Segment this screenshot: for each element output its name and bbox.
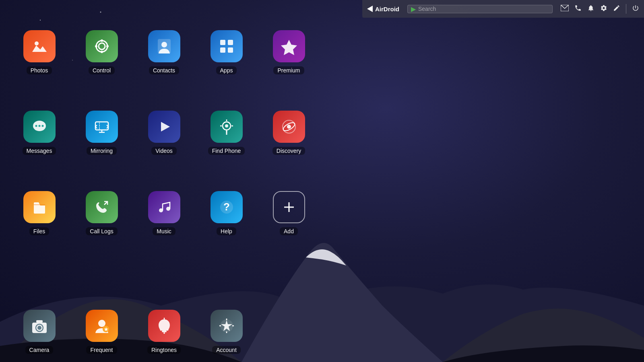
- edit-icon[interactable]: [613, 4, 620, 13]
- svg-point-69: [287, 125, 291, 129]
- videos-icon: [148, 111, 180, 143]
- svg-point-43: [106, 45, 109, 47]
- svg-rect-47: [228, 40, 233, 45]
- svg-point-40: [101, 39, 103, 42]
- files-icon: [23, 191, 56, 223]
- svg-marker-59: [161, 122, 170, 132]
- svg-rect-80: [36, 320, 43, 323]
- svg-point-38: [96, 41, 107, 52]
- control-icon: [86, 30, 118, 62]
- app-mirroring[interactable]: Mirroring: [70, 105, 133, 185]
- svg-point-81: [98, 320, 105, 327]
- control-label: Control: [89, 66, 115, 74]
- svg-point-85: [163, 332, 165, 334]
- svg-rect-84: [162, 331, 167, 332]
- premium-icon: [273, 30, 305, 62]
- app-findphone[interactable]: Find Phone: [195, 105, 258, 185]
- help-icon: ?: [211, 191, 243, 223]
- svg-rect-46: [220, 40, 225, 45]
- topbar: AirDroid ▶: [362, 0, 644, 18]
- frequent-icon: ★: [86, 310, 118, 342]
- dock: Camera ★ Frequent Ringtones: [0, 304, 258, 354]
- mirroring-icon: [86, 111, 118, 143]
- photos-label: Photos: [27, 66, 52, 74]
- svg-point-54: [41, 125, 43, 127]
- apps-icon: [211, 30, 243, 62]
- svg-rect-48: [220, 47, 225, 53]
- add-label: Add: [280, 227, 298, 235]
- topbar-actions: [556, 4, 644, 14]
- ringtones-label: Ringtones: [147, 346, 181, 354]
- add-icon: [273, 191, 305, 223]
- play-store-icon: ▶: [411, 5, 416, 13]
- dock-account[interactable]: Account: [195, 304, 258, 354]
- music-label: Music: [153, 227, 175, 235]
- svg-text:★: ★: [103, 327, 108, 332]
- svg-point-42: [95, 45, 97, 47]
- help-label: Help: [217, 227, 236, 235]
- app-add[interactable]: Add: [258, 185, 320, 265]
- app-messages[interactable]: Messages: [8, 105, 70, 185]
- account-icon: [211, 310, 243, 342]
- frequent-label: Frequent: [86, 346, 117, 354]
- phone-icon[interactable]: [574, 4, 582, 13]
- account-label: Account: [212, 346, 241, 354]
- calllogs-icon: [86, 191, 118, 223]
- premium-label: Premium: [273, 66, 304, 74]
- email-icon[interactable]: [561, 5, 569, 13]
- svg-point-61: [225, 124, 228, 128]
- dock-ringtones[interactable]: Ringtones: [133, 304, 195, 354]
- ringtones-icon: [148, 310, 180, 342]
- back-arrow-icon: [367, 6, 373, 12]
- power-icon[interactable]: [632, 4, 639, 13]
- settings-icon[interactable]: [600, 4, 607, 13]
- discovery-label: Discovery: [272, 147, 305, 155]
- files-label: Files: [29, 227, 50, 235]
- svg-text:?: ?: [223, 201, 230, 213]
- airdroid-logo[interactable]: AirDroid: [362, 6, 404, 12]
- calllogs-label: Call Logs: [86, 227, 117, 235]
- app-help[interactable]: ? Help: [195, 185, 258, 265]
- app-contacts[interactable]: Contacts: [133, 24, 195, 105]
- dock-frequent[interactable]: ★ Frequent: [70, 304, 133, 354]
- dock-camera[interactable]: Camera: [8, 304, 70, 354]
- music-icon: [148, 191, 180, 223]
- svg-marker-50: [281, 40, 297, 55]
- svg-point-37: [35, 41, 39, 45]
- mirroring-label: Mirroring: [87, 147, 117, 155]
- app-discovery[interactable]: Discovery: [258, 105, 320, 185]
- camera-icon: [23, 310, 56, 342]
- messages-icon: [23, 111, 56, 143]
- findphone-icon: [211, 111, 243, 143]
- app-premium[interactable]: Premium: [258, 24, 320, 105]
- videos-label: Videos: [151, 147, 177, 155]
- svg-point-39: [99, 43, 105, 49]
- photos-icon: [23, 30, 56, 62]
- brand-name: AirDroid: [375, 6, 399, 12]
- svg-rect-49: [228, 47, 233, 53]
- app-music[interactable]: Music: [133, 185, 195, 265]
- notification-icon[interactable]: [587, 4, 594, 13]
- findphone-label: Find Phone: [208, 147, 245, 155]
- camera-label: Camera: [25, 346, 54, 354]
- svg-point-52: [35, 125, 37, 127]
- app-files[interactable]: Files: [8, 185, 70, 265]
- app-calllogs[interactable]: Call Logs: [70, 185, 133, 265]
- app-videos[interactable]: Videos: [133, 105, 195, 185]
- svg-point-45: [161, 42, 167, 47]
- divider: [626, 4, 626, 14]
- svg-point-79: [37, 326, 41, 330]
- discovery-icon: [273, 111, 305, 143]
- search-input[interactable]: [418, 6, 549, 12]
- contacts-icon: [148, 30, 180, 62]
- search-bar[interactable]: ▶: [407, 5, 553, 13]
- apps-label: Apps: [216, 66, 237, 74]
- svg-rect-55: [95, 122, 108, 130]
- app-control[interactable]: Control: [70, 24, 133, 105]
- app-apps[interactable]: Apps: [195, 24, 258, 105]
- svg-point-71: [159, 208, 163, 212]
- messages-label: Messages: [23, 147, 56, 155]
- svg-point-72: [166, 207, 170, 211]
- app-photos[interactable]: Photos: [8, 24, 70, 105]
- contacts-label: Contacts: [149, 66, 179, 74]
